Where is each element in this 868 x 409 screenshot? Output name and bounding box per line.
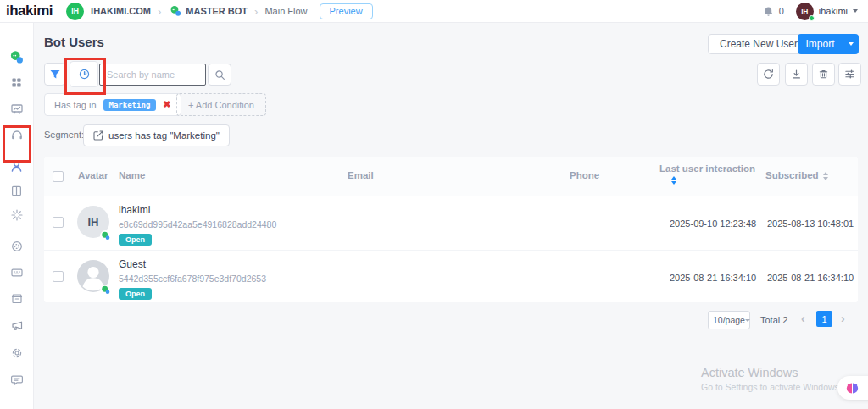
column-header-avatar: Avatar xyxy=(78,170,108,180)
breadcrumb-flow[interactable]: Main Flow xyxy=(264,6,307,16)
keyboard-icon xyxy=(10,266,24,279)
breadcrumb-workspace[interactable]: IHAKIMI.COM xyxy=(91,6,151,16)
search-icon xyxy=(214,69,225,80)
download-icon xyxy=(791,69,802,80)
chat-bubbles-logo-icon xyxy=(9,50,24,64)
sidebar-item-bot-users[interactable] xyxy=(0,159,33,174)
online-status-dot xyxy=(809,15,815,21)
page-title: Bot Users xyxy=(44,35,104,49)
table-row: Guest 5442d355ccf6fa678f975e3df70d2653 O… xyxy=(44,250,858,302)
column-header-email: Email xyxy=(348,170,374,180)
bell-icon[interactable] xyxy=(763,6,774,17)
refresh-button[interactable] xyxy=(757,63,780,86)
condition-label[interactable]: Has tag in xyxy=(54,100,97,110)
sidebar-item-settings[interactable] xyxy=(0,346,33,360)
ai-assistant-widget[interactable] xyxy=(837,376,868,400)
next-page-button[interactable]: › xyxy=(841,312,845,325)
remove-condition-icon[interactable]: ✖ xyxy=(163,99,170,110)
sidebar-item-broadcasts[interactable] xyxy=(0,319,33,333)
page-number-current[interactable]: 1 xyxy=(816,311,832,327)
add-condition-button[interactable]: + Add Condition xyxy=(176,93,266,116)
speech-bubble-icon xyxy=(10,373,24,387)
sidebar-item-livechat[interactable] xyxy=(0,129,33,142)
prev-page-button[interactable]: ‹ xyxy=(801,312,805,325)
column-header-subscribed-label: Subscribed xyxy=(765,170,819,180)
globe-icon xyxy=(10,240,24,253)
history-filter-button[interactable] xyxy=(70,61,98,87)
channel-badge-icon xyxy=(100,285,111,296)
chevron-down-icon xyxy=(745,319,750,322)
megaphone-icon xyxy=(10,319,24,333)
avatar-initials: IH xyxy=(88,216,99,229)
user-name[interactable]: ihakimi xyxy=(819,6,848,16)
sidebar-item-logo[interactable] xyxy=(0,50,33,64)
sidebar-item-products[interactable] xyxy=(0,292,33,306)
preview-button[interactable]: Preview xyxy=(320,3,373,19)
channel-badge-icon xyxy=(100,230,111,241)
sidebar-item-keywords[interactable] xyxy=(0,266,33,279)
user-id-text: 5442d355ccf6fa678f975e3df70d2653 xyxy=(119,274,266,284)
sliders-icon xyxy=(844,69,855,80)
search-button[interactable] xyxy=(208,64,231,86)
top-bar: ihakimi IH IHAKIMI.COM › MASTER BOT › Ma… xyxy=(0,0,868,23)
brain-icon xyxy=(845,381,860,395)
main-content: Bot Users Create New User Import xyxy=(34,23,868,409)
tag-pill[interactable]: Marketing xyxy=(103,99,157,111)
import-dropdown-toggle[interactable] xyxy=(843,34,859,54)
user-cell[interactable]: ihakimi e8c69dd995d42aa5e4916828add24480… xyxy=(119,204,276,246)
select-all-checkbox[interactable] xyxy=(53,171,64,182)
breadcrumb-separator: › xyxy=(254,5,258,18)
breadcrumb-bot[interactable]: MASTER BOT xyxy=(186,6,248,16)
sidebar-item-support[interactable] xyxy=(0,373,33,387)
chevron-down-icon[interactable] xyxy=(853,9,858,13)
funnel-icon xyxy=(49,69,61,80)
delete-button[interactable] xyxy=(812,63,835,86)
table-row: IH ihakimi e8c69dd995d42aa5e4916828add24… xyxy=(44,196,858,249)
headset-icon xyxy=(10,129,24,142)
import-button[interactable]: Import xyxy=(798,34,859,54)
topbar-right: 0 IH ihakimi xyxy=(763,3,858,20)
sort-icon[interactable] xyxy=(823,172,828,180)
sidebar-item-flows[interactable] xyxy=(0,102,33,116)
workspace-avatar[interactable]: IH xyxy=(66,3,84,20)
download-button[interactable] xyxy=(785,63,808,86)
table-header-row: Avatar Name Email Phone Last user intera… xyxy=(44,157,858,196)
page-size-select[interactable]: 10/page xyxy=(708,311,750,329)
create-new-user-button[interactable]: Create New User xyxy=(708,34,810,54)
column-header-subscribed[interactable]: Subscribed xyxy=(765,170,828,180)
sort-icon-active[interactable] xyxy=(671,176,676,185)
filter-condition-chip: Has tag in Marketing ✖ xyxy=(44,93,181,116)
filter-button[interactable] xyxy=(44,63,65,86)
status-badge: Open xyxy=(119,234,152,246)
trash-icon xyxy=(818,69,829,80)
column-header-last-interaction[interactable]: Last user interaction xyxy=(659,163,755,185)
clock-icon xyxy=(78,68,91,80)
total-count: Total 2 xyxy=(760,315,787,325)
bot-logo-icon xyxy=(170,5,181,17)
gear-icon xyxy=(10,346,24,360)
user-name-text: ihakimi xyxy=(119,204,276,216)
row-checkbox[interactable] xyxy=(53,217,64,228)
sidebar-item-contents[interactable] xyxy=(0,185,33,197)
search-input[interactable] xyxy=(99,64,206,86)
segment-button-label: users has tag "Marketing" xyxy=(108,130,220,141)
user-avatar-initials: IH xyxy=(801,8,808,15)
sidebar-item-ai[interactable] xyxy=(0,208,33,222)
column-header-phone: Phone xyxy=(570,170,599,180)
user-icon xyxy=(9,159,24,174)
row-checkbox[interactable] xyxy=(53,271,64,282)
segment-button[interactable]: users has tag "Marketing" xyxy=(83,124,230,146)
last-interaction-value: 2025-08-21 16:34:10 xyxy=(670,273,756,283)
sidebar-item-integrations[interactable] xyxy=(0,240,33,253)
archive-box-icon xyxy=(10,292,24,306)
column-settings-button[interactable] xyxy=(838,63,861,86)
notification-count: 0 xyxy=(779,6,784,16)
user-name-text: Guest xyxy=(119,258,266,270)
user-cell[interactable]: Guest 5442d355ccf6fa678f975e3df70d2653 O… xyxy=(119,258,266,300)
sidebar-item-dashboard[interactable] xyxy=(0,76,33,89)
user-avatar[interactable]: IH xyxy=(796,3,814,20)
grid-icon xyxy=(10,76,23,89)
import-button-label[interactable]: Import xyxy=(798,34,843,54)
app-screen: ihakimi IH IHAKIMI.COM › MASTER BOT › Ma… xyxy=(0,0,868,409)
edit-icon xyxy=(93,130,103,141)
